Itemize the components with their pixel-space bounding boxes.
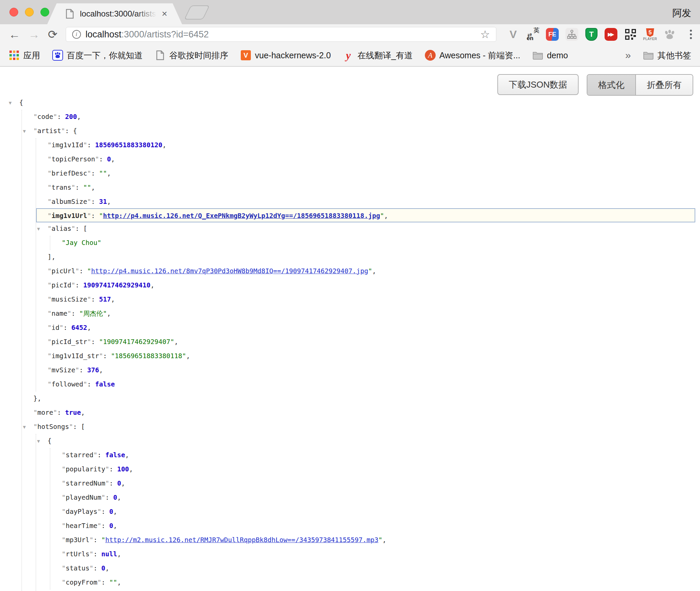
json-key: briefDesc xyxy=(52,169,87,177)
json-line: "picId_str": "19097417462929407", xyxy=(48,335,695,349)
tab-title: localhost:3000/artists?id=645 xyxy=(80,9,156,19)
folder-icon xyxy=(643,50,654,61)
format-button[interactable]: 格式化 xyxy=(587,75,636,95)
url-host: localhost xyxy=(86,29,122,39)
page-content: 下载JSON数据 格式化 折叠所有 ▼{"code": 200,▼"artist… xyxy=(0,67,700,591)
json-children: "code": 200,▼"artist": {"img1v1Id": 1856… xyxy=(22,110,695,591)
json-line: "popularity": 100, xyxy=(62,462,695,476)
collapse-toggle-icon[interactable]: ▼ xyxy=(23,420,26,434)
bookmark-label: demo xyxy=(547,51,568,60)
sitemap-icon[interactable] xyxy=(564,27,579,42)
json-url-link[interactable]: http://p4.music.126.net/Q_ExePNkmgB2yWyL… xyxy=(103,212,380,220)
json-key: picId_str xyxy=(52,338,87,346)
site-info-icon[interactable]: i xyxy=(72,30,81,39)
json-line: "img1v1Id": 18569651883380120, xyxy=(48,138,695,152)
json-url-link[interactable]: http://m2.music.126.net/RMJR7wDullRqppBk… xyxy=(105,536,378,544)
json-key: more xyxy=(37,409,53,416)
json-key: img1v1Url xyxy=(52,212,87,220)
browser-menu-button[interactable] xyxy=(689,28,693,40)
bookmark-item-vue[interactable]: Vvue-hackernews-2.0 xyxy=(240,50,331,61)
window-minimize-button[interactable] xyxy=(25,8,34,17)
json-line: "musicSize": 517, xyxy=(48,292,695,307)
json-key: topicPerson xyxy=(52,155,95,163)
bookmark-item-awesomes[interactable]: AAwesomes - 前端资... xyxy=(425,50,520,61)
bookmarks-overflow-chevron[interactable]: » xyxy=(625,50,631,61)
json-line: "copyFrom": "", xyxy=(62,576,695,590)
forward-button[interactable]: → xyxy=(28,29,40,40)
address-bar[interactable]: i localhost:3000/artists?id=6452 ☆ xyxy=(66,27,497,42)
awesomes-icon: A xyxy=(425,50,436,61)
h5player-icon[interactable]: 5PLAYER xyxy=(643,27,658,42)
json-string-value: "" xyxy=(109,579,117,586)
other-bookmarks-folder[interactable]: 其他书签 xyxy=(643,50,691,61)
page-icon xyxy=(155,50,166,61)
json-line: "mp3Url": "http://m2.music.126.net/RMJR7… xyxy=(62,533,695,547)
json-value: 0 xyxy=(109,522,113,530)
json-line: "starredNum": 0, xyxy=(62,476,695,491)
json-key: picId xyxy=(52,281,71,289)
bookmark-item-youdao[interactable]: y在线翻译_有道 xyxy=(343,50,413,61)
json-key: img1v1Id xyxy=(52,141,83,149)
translate-icon[interactable]: 英⇄en xyxy=(525,27,540,42)
collapse-toggle-icon[interactable]: ▼ xyxy=(9,96,11,110)
json-key: mvSize xyxy=(52,366,75,374)
json-line: ▼{ xyxy=(19,96,695,110)
json-key: artist xyxy=(37,127,61,135)
back-button[interactable]: ← xyxy=(9,29,20,40)
collapse-toggle-icon[interactable]: ▼ xyxy=(37,222,40,236)
json-key: picUrl xyxy=(52,267,75,275)
view-mode-segmented-control: 格式化 折叠所有 xyxy=(587,74,693,96)
fehelper-icon[interactable]: FE xyxy=(545,27,560,42)
json-string-value: "周杰伦" xyxy=(79,310,107,317)
qrcode-icon[interactable] xyxy=(623,27,638,42)
bookmark-item-page[interactable]: 谷歌按时间排序 xyxy=(155,50,228,61)
video-speed-icon[interactable]: ▶▶ xyxy=(604,27,618,42)
json-line: "img1v1Id_str": "18569651883380118", xyxy=(48,349,695,363)
vue-devtools-icon[interactable]: V xyxy=(506,27,521,42)
apps-icon xyxy=(9,50,20,61)
tab-close-icon[interactable]: × xyxy=(162,9,167,19)
json-line: ▼{ xyxy=(48,434,695,448)
json-line: ▼"alias": [ xyxy=(48,222,695,236)
vue-icon: V xyxy=(240,50,251,61)
bookmark-item-folder[interactable]: demo xyxy=(532,50,568,61)
json-viewer-actions: 下载JSON数据 格式化 折叠所有 xyxy=(497,74,693,96)
profile-name[interactable]: 阿发 xyxy=(672,7,691,20)
json-string-value: "" xyxy=(83,184,91,191)
collapse-toggle-icon[interactable]: ▼ xyxy=(23,124,26,138)
json-url-link[interactable]: http://p4.music.126.net/8mv7qP30Pd3oHW8b… xyxy=(91,267,368,275)
collapse-toggle-icon[interactable]: ▼ xyxy=(37,434,40,448)
window-close-button[interactable] xyxy=(9,8,18,17)
json-key: code xyxy=(37,113,53,121)
bookmark-star-icon[interactable]: ☆ xyxy=(480,29,490,40)
window-zoom-button[interactable] xyxy=(40,8,49,17)
json-value: 31 xyxy=(99,198,107,206)
json-key: followed xyxy=(52,380,83,388)
tampermonkey-icon[interactable]: T xyxy=(584,27,599,42)
json-string-value: "" xyxy=(99,169,107,177)
json-value: 0 xyxy=(117,479,121,487)
download-json-button[interactable]: 下载JSON数据 xyxy=(497,74,579,95)
bookmark-item-baidu[interactable]: 百度一下，你就知道 xyxy=(52,50,143,61)
json-line: "topicPerson": 0, xyxy=(48,152,695,166)
json-line: }, xyxy=(33,392,695,406)
json-key: id xyxy=(52,324,59,332)
bookmarks-bar: 应用百度一下，你就知道谷歌按时间排序Vvue-hackernews-2.0y在线… xyxy=(0,44,700,67)
json-line: "mvSize": 376, xyxy=(48,363,695,377)
bookmark-label: Awesomes - 前端资... xyxy=(439,50,520,61)
json-line: "trans": "", xyxy=(48,181,695,195)
json-key: alias xyxy=(52,225,71,232)
paw-icon[interactable] xyxy=(662,27,677,42)
json-tree: ▼{"code": 200,▼"artist": {"img1v1Id": 18… xyxy=(0,67,700,591)
json-line: "albumSize": 31, xyxy=(48,195,695,209)
json-line: "Jay Chou" xyxy=(62,236,695,250)
json-line: "name": "周杰伦", xyxy=(48,307,695,321)
bookmark-item-apps[interactable]: 应用 xyxy=(9,50,40,61)
reload-button[interactable]: ⟳ xyxy=(48,29,58,40)
collapse-all-button[interactable]: 折叠所有 xyxy=(636,75,693,95)
json-key: copyFrom xyxy=(66,579,97,586)
json-line: "dayPlays": 0, xyxy=(62,505,695,519)
new-tab-button[interactable] xyxy=(184,5,210,20)
json-key: status xyxy=(66,564,89,572)
browser-tab[interactable]: localhost:3000/artists?id=645 × xyxy=(47,3,182,24)
